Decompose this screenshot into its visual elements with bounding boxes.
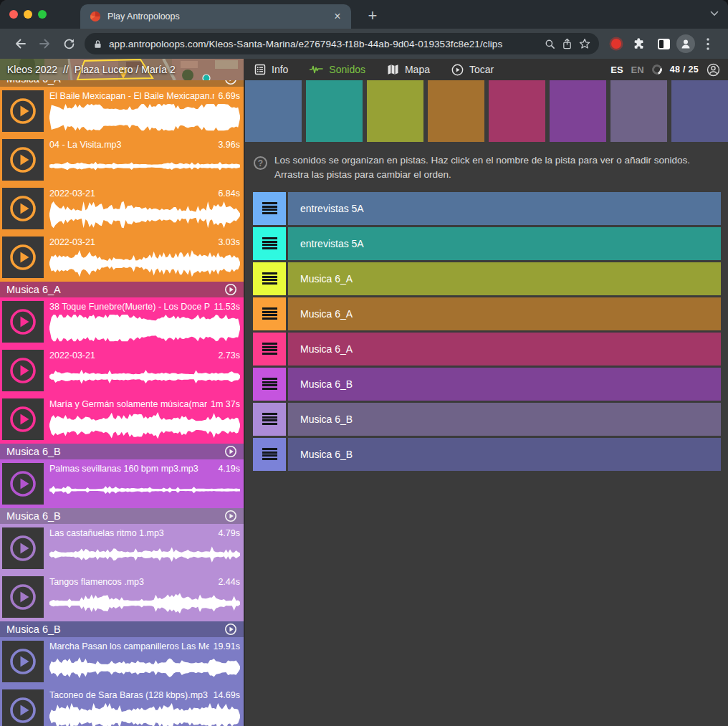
- clip-play-button[interactable]: [2, 90, 44, 132]
- section-play-icon[interactable]: [224, 510, 237, 522]
- track-name-bar[interactable]: entrevistas 5A: [288, 227, 721, 260]
- clip-row[interactable]: María y Germán solamente música(maría 2.…: [0, 395, 244, 444]
- breadcrumb-project[interactable]: Kleos 2022: [7, 64, 57, 75]
- clip-row[interactable]: Marcha Pasan los campanilleros Las Mejor…: [0, 637, 244, 686]
- section-header[interactable]: Musica 6_A: [0, 282, 244, 297]
- track-row[interactable]: Musica 6_A: [253, 262, 721, 295]
- section-header[interactable]: Musica 6_A: [0, 80, 244, 87]
- clip-row[interactable]: 38 Toque Funebre(Muerte) - Los Doce Par.…: [0, 297, 244, 346]
- recording-indicator[interactable]: [611, 39, 621, 49]
- track-row[interactable]: Musica 6_B: [253, 438, 721, 471]
- track-name-bar[interactable]: entrevistas 5A: [288, 192, 721, 225]
- breadcrumb-map[interactable]: Kleos 2022 // Plaza Lucero / María 2: [0, 59, 244, 80]
- clip-play-button[interactable]: [2, 398, 44, 440]
- clip-play-button[interactable]: [2, 527, 44, 569]
- clip-duration: 6.69s: [218, 91, 240, 102]
- track-name-bar[interactable]: Musica 6_A: [288, 262, 721, 295]
- tab-close-icon[interactable]: ×: [331, 11, 344, 22]
- section-header[interactable]: Musica 6_B: [0, 444, 244, 459]
- close-window-button[interactable]: [9, 10, 18, 19]
- clip-play-button[interactable]: [2, 641, 44, 682]
- sidebar-scroll[interactable]: Musica 6_AEl Baile Mexicapan - El Baile …: [0, 80, 244, 726]
- track-drag-handle[interactable]: [253, 368, 286, 401]
- track-swatch[interactable]: [367, 80, 423, 142]
- clip-row[interactable]: 2022-03-216.84s: [0, 184, 244, 233]
- clip-row[interactable]: El Baile Mexicapan - El Baile Mexicapan.…: [0, 87, 244, 135]
- clip-play-button[interactable]: [2, 576, 44, 618]
- track-row[interactable]: Musica 6_B: [253, 403, 721, 436]
- track-name: Musica 6_A: [300, 273, 353, 285]
- extensions-button[interactable]: [628, 32, 651, 55]
- track-swatch[interactable]: [245, 80, 302, 142]
- track-swatch[interactable]: [489, 80, 545, 142]
- profile-avatar[interactable]: [676, 34, 695, 53]
- browser-menu-button[interactable]: [696, 32, 719, 55]
- nav-item-sonidos[interactable]: Sonidos: [310, 64, 365, 75]
- clip-info: Palmas sevillanas 160 bpm mp3.mp34.19s: [49, 459, 241, 508]
- clip-play-button[interactable]: [2, 237, 44, 278]
- track-swatch[interactable]: [610, 80, 667, 142]
- clip-row[interactable]: Taconeo de Sara Baras (128 kbps).mp314.6…: [0, 686, 244, 726]
- nav-item-mapa[interactable]: Mapa: [387, 64, 430, 75]
- track-drag-handle[interactable]: [253, 262, 286, 295]
- clip-play-button[interactable]: [2, 139, 44, 181]
- track-row[interactable]: Musica 6_A: [253, 297, 721, 330]
- section-play-icon[interactable]: [224, 283, 237, 296]
- track-drag-handle[interactable]: [253, 227, 286, 260]
- browser-tab[interactable]: Play Antropoloops ×: [80, 4, 351, 29]
- section-header[interactable]: Musica 6_B: [0, 508, 244, 524]
- new-tab-button[interactable]: +: [363, 6, 383, 26]
- reload-button[interactable]: [57, 32, 80, 55]
- track-drag-handle[interactable]: [253, 438, 286, 471]
- clip-row[interactable]: 04 - La Visita.mp33.96s: [0, 135, 244, 184]
- share-icon[interactable]: [562, 38, 573, 49]
- side-panel-button[interactable]: [652, 32, 675, 55]
- track-name-bar[interactable]: Musica 6_B: [288, 368, 721, 401]
- track-row[interactable]: entrevistas 5A: [253, 227, 721, 260]
- clip-info: Las castañuelas ritmo 1.mp34.79s: [49, 524, 241, 573]
- address-bar[interactable]: app.antropoloops.com/Kleos-Santa-Marina/…: [85, 33, 599, 54]
- clip-row[interactable]: Palmas sevillanas 160 bpm mp3.mp34.19s: [0, 459, 244, 508]
- bookmark-star-icon[interactable]: [579, 38, 590, 49]
- track-drag-handle[interactable]: [253, 333, 286, 366]
- track-row[interactable]: Musica 6_B: [253, 368, 721, 401]
- clip-row[interactable]: 2022-03-212.73s: [0, 346, 244, 395]
- clip-play-button[interactable]: [2, 301, 44, 343]
- clip-row[interactable]: Tangos flamencos .mp32.44s: [0, 573, 244, 621]
- track-drag-handle[interactable]: [253, 297, 286, 330]
- clip-play-button[interactable]: [2, 188, 44, 229]
- track-drag-handle[interactable]: [253, 403, 286, 436]
- clip-play-button[interactable]: [2, 463, 44, 505]
- nav-item-info[interactable]: Info: [254, 64, 288, 75]
- account-icon[interactable]: [707, 63, 720, 77]
- track-swatch[interactable]: [550, 80, 606, 142]
- clip-row[interactable]: 2022-03-213.03s: [0, 233, 244, 282]
- nav-item-tocar[interactable]: Tocar: [451, 64, 494, 76]
- breadcrumb-location[interactable]: Plaza Lucero / María 2: [75, 64, 176, 75]
- section-play-icon[interactable]: [224, 80, 237, 85]
- track-name-bar[interactable]: Musica 6_A: [288, 333, 721, 366]
- track-name-bar[interactable]: Musica 6_B: [288, 403, 721, 436]
- track-name-bar[interactable]: Musica 6_B: [288, 438, 721, 471]
- section-play-icon[interactable]: [224, 623, 237, 636]
- track-row[interactable]: Musica 6_A: [253, 333, 721, 366]
- maximize-window-button[interactable]: [38, 10, 47, 19]
- track-drag-handle[interactable]: [253, 192, 286, 225]
- section-play-icon[interactable]: [224, 445, 237, 458]
- track-row[interactable]: entrevistas 5A: [253, 192, 721, 225]
- track-name-bar[interactable]: Musica 6_A: [288, 297, 721, 330]
- lang-es[interactable]: ES: [610, 65, 623, 75]
- zoom-icon[interactable]: [545, 39, 555, 49]
- track-swatch[interactable]: [428, 80, 484, 142]
- clip-play-button[interactable]: [2, 689, 44, 726]
- chevron-down-icon[interactable]: [710, 11, 719, 16]
- track-swatch[interactable]: [306, 80, 363, 142]
- clip-play-button[interactable]: [2, 350, 44, 391]
- track-swatch[interactable]: [671, 80, 728, 142]
- back-button[interactable]: [9, 32, 32, 55]
- section-header[interactable]: Musica 6_B: [0, 621, 244, 637]
- clip-row[interactable]: Las castañuelas ritmo 1.mp34.79s: [0, 524, 244, 573]
- lang-en[interactable]: EN: [631, 65, 644, 75]
- minimize-window-button[interactable]: [24, 10, 32, 19]
- forward-button[interactable]: [33, 32, 56, 55]
